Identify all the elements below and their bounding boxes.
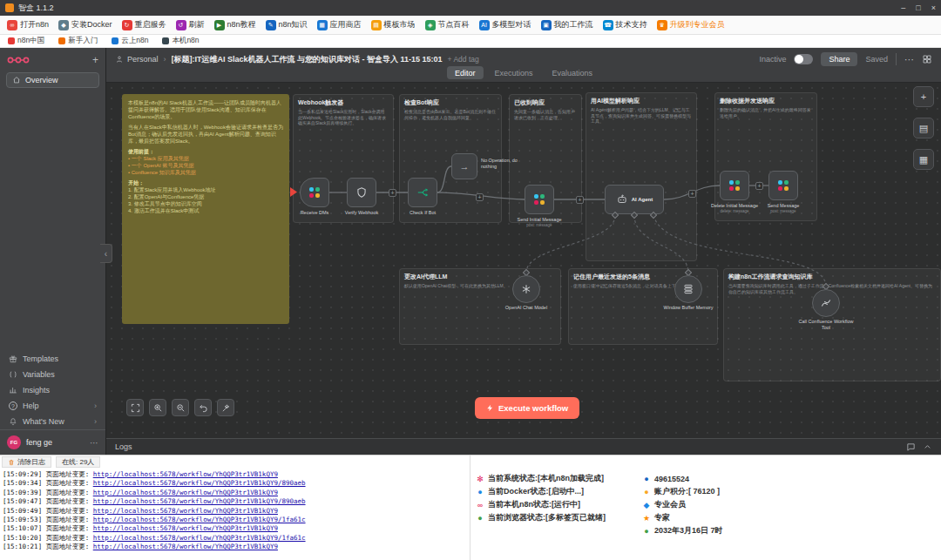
app-logo-icon — [5, 3, 14, 12]
log-url-link[interactable]: http://localhost:5678/workflow/YhQQP3tr1… — [93, 470, 278, 478]
log-line: [15:10:21] 页面地址变更: http://localhost:5678… — [3, 543, 306, 551]
undo-button[interactable] — [194, 399, 212, 416]
tab-editor[interactable]: Editor — [447, 66, 484, 79]
minimize-button[interactable]: – — [901, 3, 905, 12]
account-icon: ★ — [642, 514, 651, 523]
sidebar-item-variables[interactable]: Variables — [0, 367, 105, 382]
app-toolbar: ∞ 打开n8n ◆ 安装Docker ↻ 重启服务 ↺ 刷新 ▶ n8n教程 ✎… — [0, 16, 941, 35]
log-url-link[interactable]: http://localhost:5678/workflow/YhQQP3tr1… — [93, 479, 306, 487]
node-panel-button[interactable]: ▦ — [913, 149, 934, 170]
sidebar-item-label: Insights — [23, 386, 50, 395]
toolbar-button[interactable]: ▦ 应用商店 — [317, 19, 362, 30]
bookmark-item[interactable]: 新手入门 — [58, 36, 98, 46]
workflow-canvas[interactable]: 本模板是n8n的AI Slack机器人工作流——让团队成员随时向机器人提问并获得… — [106, 83, 941, 438]
node-send-message[interactable] — [768, 171, 798, 200]
add-tag-button[interactable]: + Add tag — [448, 55, 479, 64]
log-url-link[interactable]: http://localhost:5678/workflow/YhQQP3tr1… — [93, 497, 306, 505]
group-delete-and-send[interactable]: 删除收据并发送响应 删除先前的确认消息，并把AI生成的最终回答发送给用户。 — [714, 92, 817, 221]
add-sticky-note-button[interactable]: ▤ — [913, 118, 934, 138]
zoom-to-fit-button[interactable] — [126, 399, 144, 416]
bookmark-item[interactable]: 云上n8n — [112, 36, 148, 46]
sidebar-item-help[interactable]: ? Help › — [0, 398, 105, 414]
node-delete-initial-message[interactable] — [720, 171, 749, 200]
node-openai-chat-model[interactable] — [512, 275, 540, 303]
bookmark-item[interactable]: n8n中国 — [8, 36, 44, 46]
account-text: 账户积分:[ 76120 ] — [654, 486, 720, 497]
app-window: 智盒 1.1.2 – □ × ∞ 打开n8n ◆ 安装Docker ↻ 重启服务… — [0, 0, 941, 560]
add-node-on-edge-button[interactable]: + — [389, 189, 396, 197]
sticky-note[interactable]: 本模板是n8n的AI Slack机器人工作流——让团队成员随时向机器人提问并获得… — [122, 94, 289, 324]
close-button[interactable]: × — [931, 3, 936, 12]
node-call-confluence-workflow-tool[interactable] — [812, 289, 840, 317]
toolbar-button[interactable]: ↻ 重启服务 — [122, 19, 166, 30]
tidy-up-button[interactable] — [217, 399, 234, 416]
sidebar-item-templates[interactable]: Templates — [0, 351, 105, 367]
zoom-out-button[interactable] — [172, 399, 189, 416]
maximize-button[interactable]: □ — [916, 3, 920, 12]
new-workflow-button[interactable]: + — [92, 54, 98, 66]
expand-panel-icon[interactable] — [923, 442, 932, 452]
bookmarks-bar: n8n中国 新手入门 云上n8n 本机n8n — [0, 35, 941, 48]
sidebar-header: + — [0, 48, 105, 70]
log-url-link[interactable]: http://localhost:5678/workflow/YhQQP3tr1… — [93, 543, 278, 550]
sidebar-item-whats-new[interactable]: What's New › — [0, 414, 105, 429]
toolbar-button[interactable]: ◈ 节点百科 — [425, 19, 470, 30]
sidebar-item-overview[interactable]: Overview — [6, 72, 99, 88]
toolbar-button[interactable]: ▤ 模板市场 — [371, 19, 416, 30]
active-toggle[interactable] — [794, 54, 813, 64]
node-window-buffer-memory[interactable] — [674, 275, 702, 303]
toolbar-button-icon: ◆ — [58, 20, 69, 30]
breadcrumb[interactable]: Personal — [115, 55, 159, 64]
toolbar-button[interactable]: AI 多模型对话 — [479, 19, 531, 30]
node-verify-webhook[interactable] — [347, 178, 376, 207]
toolbar-button-icon: ▦ — [317, 20, 328, 30]
node-label: OpenAI Chat Model — [496, 305, 557, 311]
sidebar-collapse-handle[interactable]: ‹ — [100, 244, 112, 263]
sticky-note-line: 当有人在Slack中私信机器人时，Webhook会验证请求并检查是否为Bot消息… — [128, 124, 283, 145]
panel-grid-icon[interactable] — [922, 54, 932, 64]
node-ai-agent[interactable]: AI Agent — [605, 185, 664, 214]
user-options-icon[interactable]: ⋯ — [90, 438, 98, 448]
toolbar-button[interactable]: ♛ 升级到专业会员 — [657, 19, 725, 30]
node-send-initial-message[interactable] — [525, 185, 554, 214]
toolbar-button[interactable]: ☎ 技术支持 — [603, 19, 647, 30]
slack-icon — [729, 180, 740, 191]
toolbar-button[interactable]: ▣ 我的工作流 — [541, 19, 593, 30]
log-url-link[interactable]: http://localhost:5678/workflow/YhQQP3tr1… — [93, 524, 278, 532]
workflow-menu-icon[interactable]: ⋯ — [904, 54, 914, 65]
add-node-on-edge-button[interactable]: + — [755, 182, 763, 190]
account-icon: ● — [642, 488, 651, 496]
sidebar-item-insights[interactable]: Insights — [0, 382, 105, 398]
add-node-button[interactable]: + — [913, 86, 934, 107]
zoom-in-button[interactable] — [149, 399, 166, 416]
log-message: 页面地址变更: — [46, 534, 90, 542]
log-url-link[interactable]: http://localhost:5678/workflow/YhQQP3tr1… — [93, 534, 306, 542]
toolbar-button[interactable]: ∞ 打开n8n — [7, 19, 49, 30]
toolbar-button[interactable]: ✎ n8n知识 — [266, 19, 308, 30]
toolbar-button[interactable]: ▶ n8n教程 — [214, 19, 256, 30]
share-button[interactable]: Share — [821, 52, 857, 66]
add-node-on-edge-button[interactable]: + — [576, 196, 584, 204]
group-ai-parse-response[interactable]: 用AI模型解析响应 AI Agent解析用户问题，结合下方的LLM、记忆与工具节… — [586, 92, 697, 261]
bookmark-item[interactable]: 本机n8n — [162, 36, 199, 46]
node-no-operation[interactable]: → — [451, 153, 477, 179]
tab-executions[interactable]: Executions — [486, 66, 540, 79]
workflow-title[interactable]: [标题]:IT运维AI Slack机器人工作流 与您的知识库对话 - 智盒导入 … — [172, 54, 443, 65]
log-url-link[interactable]: http://localhost:5678/workflow/YhQQP3tr1… — [93, 489, 278, 496]
log-url-link[interactable]: http://localhost:5678/workflow/YhQQP3tr1… — [93, 516, 306, 523]
user-menu[interactable]: FG feng ge ⋯ — [0, 429, 105, 455]
execute-workflow-button[interactable]: Execute workflow — [475, 397, 579, 419]
clear-logs-button[interactable]: 清除日志 — [2, 456, 51, 468]
tab-evaluations[interactable]: Evaluations — [545, 66, 601, 79]
log-url-link[interactable]: http://localhost:5678/workflow/YhQQP3tr1… — [93, 507, 278, 515]
bookmark-favicon — [58, 37, 65, 44]
toolbar-button[interactable]: ◆ 安装Docker — [58, 19, 112, 30]
node-check-if-bot[interactable] — [408, 178, 437, 207]
add-node-on-edge-button[interactable]: + — [476, 193, 484, 201]
add-node-on-edge-button[interactable]: + — [688, 190, 696, 198]
toolbar-button[interactable]: ↺ 刷新 — [176, 19, 205, 30]
logs-panel-bar[interactable]: Logs — [106, 438, 941, 455]
node-receive-dms[interactable] — [300, 178, 329, 207]
overview-label: Overview — [25, 76, 58, 84]
chat-bubble-icon[interactable] — [906, 442, 916, 452]
